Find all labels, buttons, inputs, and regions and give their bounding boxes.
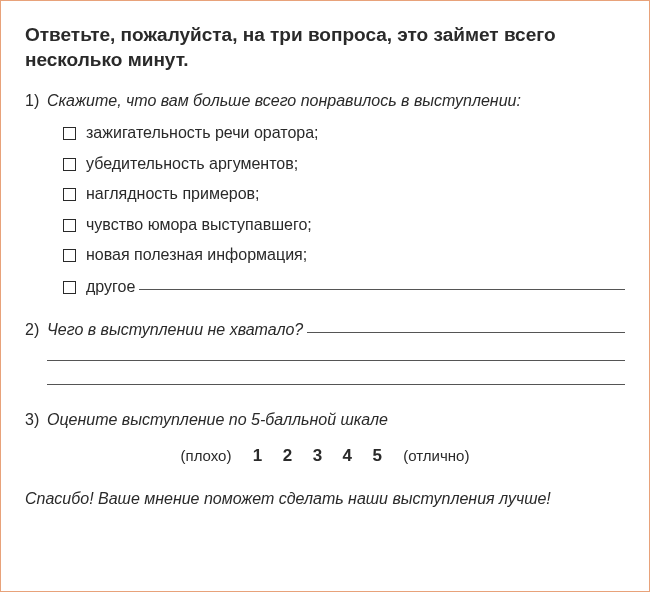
checkbox-icon[interactable] [63,219,76,232]
q3-number: 3) [25,409,47,431]
q1-option-label: наглядность примеров; [86,183,260,205]
q1-option: наглядность примеров; [63,183,625,205]
scale-value-2[interactable]: 2 [283,445,292,468]
checkbox-icon[interactable] [63,249,76,262]
q2-text: Чего в выступлении не хватало? [47,319,303,341]
write-in-line[interactable] [47,342,625,361]
q1-option: новая полезная информация; [63,244,625,266]
write-in-line[interactable] [47,367,625,386]
closing-text: Спасибо! Ваше мнение поможет сделать наш… [25,488,625,510]
scale-high-label: (отлично) [403,447,469,464]
question-2: 2) Чего в выступлении не хватало? [25,318,625,386]
q1-other-label: другое [86,276,135,298]
q1-text: Скажите, что вам больше всего понравилос… [47,90,521,112]
write-in-line[interactable] [307,316,625,333]
q2-number: 2) [25,319,47,341]
q1-number: 1) [25,90,47,112]
checkbox-icon[interactable] [63,281,76,294]
q1-option: чувство юмора выступавшего; [63,214,625,236]
question-3: 3) Оцените выступление по 5-балльной шка… [25,409,625,468]
q3-text: Оцените выступление по 5-балльной шкале [47,409,388,431]
rating-scale: (плохо) 1 2 3 4 5 (отлично) [25,445,625,468]
checkbox-icon[interactable] [63,158,76,171]
q1-options: зажигательность речи оратора; убедительн… [25,122,625,298]
questionnaire-card: Ответьте, пожалуйста, на три вопроса, эт… [0,0,650,592]
q1-option-label: зажигательность речи оратора; [86,122,319,144]
scale-low-label: (плохо) [181,447,232,464]
q1-option: убедительность аргументов; [63,153,625,175]
page-title: Ответьте, пожалуйста, на три вопроса, эт… [25,23,625,72]
checkbox-icon[interactable] [63,188,76,201]
scale-value-3[interactable]: 3 [313,445,322,468]
q1-option: зажигательность речи оратора; [63,122,625,144]
scale-value-4[interactable]: 4 [343,445,352,468]
question-1: 1) Скажите, что вам больше всего понрави… [25,90,625,297]
q1-option-other: другое [63,275,625,298]
q1-option-label: чувство юмора выступавшего; [86,214,312,236]
q1-option-label: новая полезная информация; [86,244,307,266]
scale-value-1[interactable]: 1 [253,445,262,468]
scale-value-5[interactable]: 5 [372,445,381,468]
checkbox-icon[interactable] [63,127,76,140]
write-in-line[interactable] [139,273,625,290]
q1-option-label: убедительность аргументов; [86,153,298,175]
